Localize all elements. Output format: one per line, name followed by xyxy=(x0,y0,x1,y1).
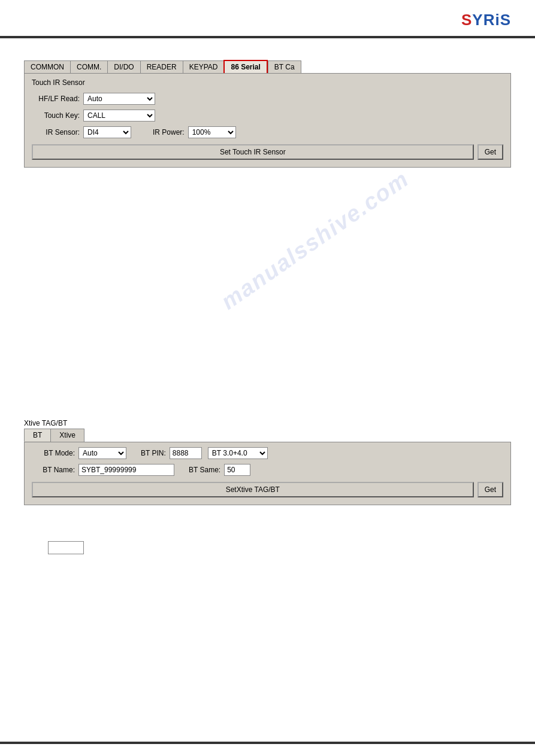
touch-key-label: Touch Key: xyxy=(32,111,80,120)
hf-lf-row: HF/LF Read: Auto HF LF xyxy=(32,93,503,105)
get-touch-ir-button[interactable]: Get xyxy=(477,144,503,160)
touch-ir-button-row: Set Touch IR Sensor Get xyxy=(32,144,503,160)
tab-comm[interactable]: COMM. xyxy=(70,60,107,73)
hf-lf-select[interactable]: Auto HF LF xyxy=(83,93,155,105)
bt-mode-select[interactable]: Auto Off On xyxy=(78,447,126,459)
ir-sensor-label: IR Sensor: xyxy=(32,128,80,136)
bt-pin-label: BT PIN: xyxy=(141,449,166,457)
ir-sensor-select[interactable]: DI4 DI1 DI2 DI3 xyxy=(83,126,131,138)
set-touch-ir-button[interactable]: Set Touch IR Sensor xyxy=(32,144,474,160)
touch-ir-sensor-title: Touch IR Sensor xyxy=(32,78,503,87)
top-bar xyxy=(0,36,535,38)
xtive-group-label: Xtive TAG/BT xyxy=(24,419,511,427)
touch-key-row: Touch Key: CALL None xyxy=(32,110,503,122)
xtive-panel: BT Mode: Auto Off On BT PIN: BT 3.0+4.0 … xyxy=(24,442,511,505)
bt-name-row: BT Name: BT Same: xyxy=(32,464,503,476)
bt-mode-label: BT Mode: xyxy=(32,449,75,457)
tab-keypad[interactable]: KEYPAD xyxy=(183,60,224,73)
ir-power-label: IR Power: xyxy=(153,128,185,136)
tab-reader[interactable]: READER xyxy=(140,60,183,73)
bt-mode-row: BT Mode: Auto Off On BT PIN: BT 3.0+4.0 … xyxy=(32,447,503,459)
get-xtive-button[interactable]: Get xyxy=(477,482,503,497)
xtive-section: Xtive TAG/BT BT Xtive BT Mode: Auto Off … xyxy=(24,419,511,505)
sub-tab-bt[interactable]: BT xyxy=(24,429,50,442)
bt-version-select[interactable]: BT 3.0+4.0 BT 2.1 BT 4.0 xyxy=(208,447,268,459)
bt-pin-input[interactable] xyxy=(170,447,202,459)
bt-same-input[interactable] xyxy=(224,464,250,476)
sub-tab-xtive[interactable]: Xtive xyxy=(50,429,84,442)
ir-power-select[interactable]: 100% 75% 50% 25% xyxy=(188,126,236,138)
logo: SYRiS xyxy=(461,11,511,29)
tab-btca[interactable]: BT Ca xyxy=(268,60,301,73)
bt-name-input[interactable] xyxy=(78,464,174,476)
tab-dido[interactable]: DI/DO xyxy=(107,60,140,73)
xtive-button-row: SetXtive TAG/BT Get xyxy=(32,482,503,497)
set-xtive-button[interactable]: SetXtive TAG/BT xyxy=(32,482,474,497)
bt-name-label: BT Name: xyxy=(32,466,75,474)
touch-key-select[interactable]: CALL None xyxy=(83,110,155,122)
bottom-bar xyxy=(0,742,535,744)
tab-bar: COMMON COMM. DI/DO READER KEYPAD 86 Seri… xyxy=(24,60,511,73)
bt-same-label: BT Same: xyxy=(189,466,220,474)
tab-86serial[interactable]: 86 Serial xyxy=(223,60,267,73)
touch-ir-sensor-panel: Touch IR Sensor HF/LF Read: Auto HF LF T… xyxy=(24,73,511,168)
tab-common[interactable]: COMMON xyxy=(24,60,70,73)
ir-sensor-row: IR Sensor: DI4 DI1 DI2 DI3 IR Power: 100… xyxy=(32,126,503,138)
hf-lf-label: HF/LF Read: xyxy=(32,95,80,103)
bottom-rect xyxy=(48,541,84,554)
xtive-subtab-bar: BT Xtive xyxy=(24,429,511,442)
